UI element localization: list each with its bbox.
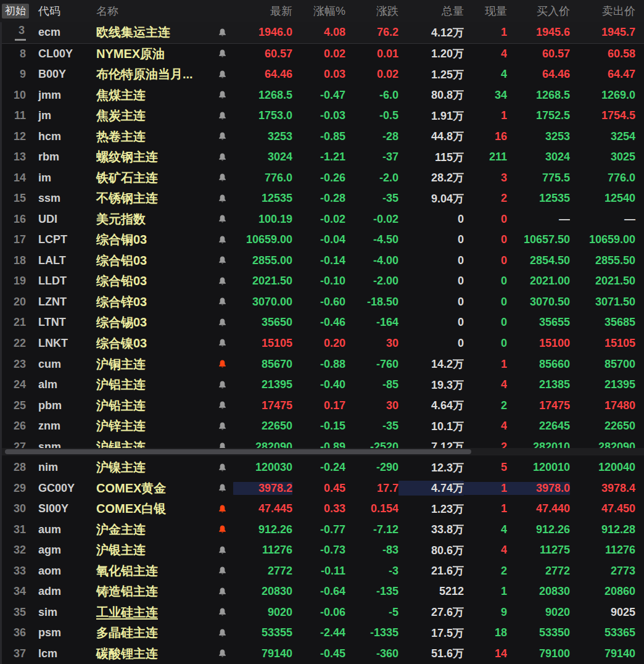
alert-bell-active-icon[interactable] (211, 359, 233, 369)
pct-change-cell: -0.73 (292, 544, 345, 557)
table-row[interactable]: 12hcm热卷主连3253-0.85-2844.8万1632533254 (0, 127, 644, 147)
horizontal-scrollbar[interactable] (0, 448, 644, 455)
table-row[interactable]: 15ssm不锈钢主连12535-0.28-359.04万21253512540 (0, 188, 644, 209)
alert-bell-icon[interactable] (211, 111, 233, 121)
table-row[interactable]: 19LLDT综合铅032021.50-0.10-2.00002021.00202… (0, 271, 644, 292)
alert-bell-icon[interactable] (211, 131, 233, 141)
ask-price-cell: 17480 (570, 399, 642, 412)
table-row[interactable]: 29GC00YCOMEX黄金3978.20.4517.74.74万13978.0… (0, 478, 644, 499)
instrument-name: 沪铅主连 (94, 397, 211, 414)
alert-bell-icon[interactable] (211, 649, 233, 658)
instrument-name: 铁矿石主连 (94, 170, 211, 186)
bid-price-cell: 53350 (507, 626, 570, 639)
change-cell: -6.0 (345, 89, 398, 102)
column-header-name[interactable]: 名称 (94, 4, 211, 19)
ask-price-cell: 9025 (570, 606, 642, 619)
pct-change-cell: -0.45 (292, 647, 345, 660)
table-row[interactable]: 35sim工业硅主连9020-0.06-527.6万990209025 (0, 602, 644, 623)
horizontal-scrollbar-thumb[interactable] (5, 449, 471, 454)
current-volume-cell: 2 (464, 565, 507, 578)
init-button[interactable]: 初始 (2, 4, 29, 19)
change-cell: -2.00 (345, 275, 398, 288)
column-header-volume[interactable]: 总量 (398, 4, 464, 19)
alert-bell-icon[interactable] (211, 380, 233, 390)
alert-bell-icon[interactable] (211, 255, 233, 265)
alert-bell-icon[interactable] (211, 338, 233, 348)
table-row[interactable]: 26znm沪锌主连22650-0.15-3510.1万42264522650 (0, 416, 644, 437)
alert-bell-icon[interactable] (211, 483, 233, 493)
bid-price-cell: 20830 (507, 585, 570, 598)
alert-bell-active-icon[interactable] (211, 525, 233, 534)
table-row[interactable]: 34adm铸造铝主连20830-0.64-135521212083020860 (0, 581, 644, 602)
table-row[interactable]: 10jmm焦煤主连1268.5-0.47-6.080.8万341268.5126… (0, 85, 644, 106)
column-header-ask[interactable]: 卖出价 (570, 4, 642, 19)
alert-bell-icon[interactable] (211, 463, 233, 473)
table-row[interactable]: 18LALT综合铝032855.00-0.14-4.00002854.50285… (0, 251, 644, 272)
column-header-bid[interactable]: 买入价 (507, 4, 570, 19)
alert-bell-icon[interactable] (211, 235, 233, 245)
volume-cell: 51.6万 (398, 646, 464, 661)
alert-bell-icon[interactable] (211, 90, 233, 100)
table-row[interactable]: 33aom氧化铝主连2772-0.11-321.6万227722773 (0, 560, 644, 581)
table-row[interactable]: 17LCPT综合铜0310659.00-0.04-4.500010657.501… (0, 230, 644, 251)
table-row[interactable]: 23cum沪铜主连85670-0.88-76014.2万18566085700 (0, 354, 644, 375)
alert-bell-icon[interactable] (211, 49, 233, 59)
alert-bell-icon[interactable] (211, 421, 233, 431)
bid-price-cell: 1945.6 (507, 26, 570, 39)
alert-bell-icon[interactable] (211, 152, 233, 162)
alert-bell-icon[interactable] (211, 546, 233, 555)
column-header-latest[interactable]: 最新 (233, 4, 292, 19)
row-number: 18 (0, 254, 30, 267)
alert-bell-icon[interactable] (211, 214, 233, 224)
ask-price-cell: 1269.0 (570, 89, 642, 102)
table-row[interactable]: 24alm沪铝主连21395-0.40-8519.3万42138521395 (0, 375, 644, 396)
column-header-init[interactable]: 初始 (0, 4, 30, 19)
ask-price-cell: 2021.50 (570, 275, 642, 288)
column-header-pct[interactable]: 涨幅% (292, 4, 345, 19)
alert-bell-icon[interactable] (211, 276, 233, 286)
alert-bell-icon[interactable] (211, 628, 233, 638)
table-row[interactable]: 11jm焦炭主连1753.0-0.03-0.51.91万11752.51754.… (0, 106, 644, 127)
table-row[interactable]: 20LZNT综合锌033070.00-0.60-18.50003070.5030… (0, 292, 644, 313)
column-header-code[interactable]: 代码 (30, 4, 94, 19)
table-row[interactable]: 9B00Y布伦特原油当月...64.460.030.021.25万464.466… (0, 64, 644, 85)
table-row[interactable]: 37lcm碳酸锂主连79140-0.45-36051.6万14791007914… (0, 643, 644, 664)
alert-bell-icon[interactable] (211, 318, 233, 328)
table-row[interactable]: 28nim沪镍主连120030-0.24-29012.3万51200101200… (0, 457, 644, 478)
table-row[interactable]: 36psm多晶硅主连53355-2.44-133517.5万1853350533… (0, 623, 644, 644)
table-row[interactable]: 3ecm欧线集运主连1946.04.0876.24.12万11945.61945… (0, 22, 644, 44)
column-header-current-volume[interactable]: 现量 (464, 4, 507, 19)
row-number: 30 (0, 502, 30, 515)
table-row[interactable]: 13rbm螺纹钢主连3024-1.21-37115万21130243025 (0, 147, 644, 168)
table-row[interactable]: 30SI00YCOMEX白银47.4450.330.1541.23万147.44… (0, 499, 644, 520)
column-header-chg[interactable]: 涨跌 (345, 4, 398, 19)
table-row[interactable]: 21LTNT综合锡0335650-0.46-164003565535685 (0, 312, 644, 333)
instrument-name: 综合锡03 (94, 314, 211, 331)
alert-bell-icon[interactable] (211, 297, 233, 307)
table-row[interactable]: 31aum沪金主连912.26-0.77-7.1233.8万4912.26912… (0, 519, 644, 540)
alert-bell-icon[interactable] (211, 28, 233, 38)
alert-bell-icon[interactable] (211, 173, 233, 183)
instrument-code: agm (30, 544, 94, 557)
row-number: 16 (0, 213, 30, 226)
instrument-name: 美元指数 (94, 211, 211, 228)
alert-bell-icon[interactable] (211, 607, 233, 617)
alert-bell-icon[interactable] (211, 587, 233, 597)
alert-bell-icon[interactable] (211, 566, 233, 576)
row-number: 28 (0, 461, 30, 474)
instrument-code: adm (30, 585, 94, 598)
table-row[interactable]: 22LNKT综合镍03151050.2030001510015105 (0, 333, 644, 354)
table-row[interactable]: 25pbm沪铅主连174750.17304.64万21747517480 (0, 395, 644, 416)
table-row[interactable]: 16UDI美元指数100.19-0.02-0.0200—— (0, 209, 644, 230)
pct-change-cell: -1.21 (292, 151, 345, 164)
table-row[interactable]: 8CL00YNYMEX原油60.570.020.011.20万460.5760.… (0, 44, 644, 65)
alert-bell-icon[interactable] (211, 400, 233, 410)
alert-bell-icon[interactable] (211, 70, 233, 80)
alert-bell-active-icon[interactable] (211, 504, 233, 514)
current-volume-cell: 34 (464, 89, 507, 102)
alert-bell-icon (218, 276, 227, 286)
alert-bell-icon[interactable] (211, 194, 233, 204)
table-row[interactable]: 14im铁矿石主连776.0-0.26-2.028.2万3775.5776.0 (0, 168, 644, 189)
table-row[interactable]: 32agm沪银主连11276-0.73-8380.6万41127511276 (0, 540, 644, 561)
instrument-code: LTNT (30, 316, 94, 329)
